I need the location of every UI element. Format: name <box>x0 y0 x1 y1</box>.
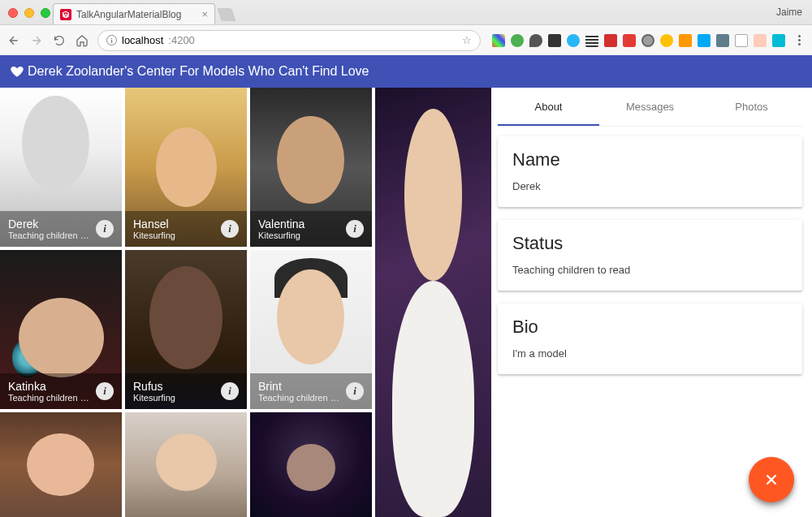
model-tile[interactable]: Katinka Teaching children to... i <box>0 250 122 409</box>
extension-icon[interactable] <box>735 34 748 47</box>
card-title: Name <box>512 149 788 170</box>
model-photo <box>250 412 372 517</box>
detail-cards: Name Derek Status Teaching children to r… <box>498 127 802 374</box>
tile-footer: Valentina Kitesurfing i <box>250 211 372 247</box>
browser-profile-name[interactable]: Jaime <box>776 6 802 18</box>
info-button[interactable]: i <box>221 220 239 238</box>
card-title: Status <box>512 233 788 254</box>
info-button[interactable]: i <box>346 220 364 238</box>
extension-icon[interactable] <box>567 34 580 47</box>
close-icon <box>762 471 780 489</box>
tab-photos[interactable]: Photos <box>701 88 802 126</box>
extension-icon[interactable] <box>716 34 729 47</box>
bio-card: Bio I'm a model <box>498 304 802 374</box>
card-body: Teaching children to read <box>512 264 788 276</box>
site-info-icon[interactable]: i <box>106 35 117 45</box>
minimize-window-button[interactable] <box>24 8 34 18</box>
extension-icon[interactable] <box>623 34 636 47</box>
model-name: Derek <box>8 218 91 230</box>
model-name: Brint <box>258 380 341 393</box>
maximize-window-button[interactable] <box>41 8 50 18</box>
extension-icon[interactable] <box>511 34 524 47</box>
detail-tabs: About Messages Photos <box>498 88 802 127</box>
model-photo <box>375 88 491 517</box>
browser-menu-button[interactable] <box>793 35 806 45</box>
card-body: I'm a model <box>512 347 788 360</box>
model-subtitle: Kitesurfing <box>133 230 216 240</box>
model-tile[interactable]: Rufus Kitesurfing i <box>125 250 247 409</box>
tile-footer: Katinka Teaching children to... i <box>0 373 122 409</box>
model-photo <box>125 412 247 517</box>
tile-footer: Brint Teaching children to... i <box>250 373 372 409</box>
info-button[interactable]: i <box>96 382 114 400</box>
app-root: Derek Zoolander's Center For Models Who … <box>0 55 812 517</box>
model-subtitle: Teaching children to... <box>8 393 91 403</box>
home-button[interactable] <box>75 34 89 47</box>
model-subtitle: Teaching children to... <box>258 393 341 403</box>
model-tile-large[interactable] <box>375 88 491 517</box>
extension-icon[interactable] <box>660 34 673 47</box>
extension-icon[interactable] <box>698 34 710 47</box>
app-title: Derek Zoolander's Center For Models Who … <box>28 64 369 79</box>
extension-icon[interactable] <box>585 34 598 47</box>
heart-icon <box>10 64 24 79</box>
tile-footer: Rufus Kitesurfing i <box>125 373 247 409</box>
tab-messages[interactable]: Messages <box>599 88 701 126</box>
model-name: Valentina <box>258 218 341 230</box>
model-photo <box>0 412 122 517</box>
model-tile[interactable]: Brint Teaching children to... i <box>250 250 372 409</box>
angular-favicon-icon <box>60 9 71 20</box>
tile-footer: Hansel Kitesurfing i <box>125 211 247 247</box>
url-port: :4200 <box>168 34 195 46</box>
model-tile[interactable] <box>125 412 247 517</box>
extension-icon[interactable] <box>529 34 542 47</box>
model-subtitle: Kitesurfing <box>258 230 341 240</box>
tab-close-icon[interactable]: × <box>201 8 208 20</box>
model-subtitle: Kitesurfing <box>133 393 216 403</box>
tab-ink-bar <box>498 124 599 126</box>
name-card: Name Derek <box>498 136 802 207</box>
window-controls <box>8 8 50 18</box>
back-button[interactable] <box>6 34 21 47</box>
url-host: localhost <box>122 34 163 46</box>
model-tile[interactable]: Derek Teaching children to... i <box>0 88 122 247</box>
info-button[interactable]: i <box>346 382 364 400</box>
extension-icon[interactable] <box>641 34 654 47</box>
model-tile[interactable] <box>250 412 372 517</box>
tab-about[interactable]: About <box>498 88 599 126</box>
extension-row <box>489 34 785 47</box>
fab-close-button[interactable] <box>749 457 794 502</box>
extension-icon[interactable] <box>492 34 505 47</box>
new-tab-button[interactable] <box>217 8 236 21</box>
model-tile[interactable]: Hansel Kitesurfing i <box>125 88 247 247</box>
address-bar[interactable]: i localhost:4200 ☆ <box>97 30 481 51</box>
app-toolbar: Derek Zoolander's Center For Models Who … <box>0 55 812 88</box>
model-tile[interactable] <box>0 412 122 517</box>
forward-button[interactable] <box>29 34 44 47</box>
model-name: Hansel <box>133 218 216 230</box>
browser-tab[interactable]: TalkAngularMaterialBlog × <box>53 3 215 24</box>
browser-toolbar: i localhost:4200 ☆ <box>0 24 812 55</box>
browser-chrome: TalkAngularMaterialBlog × Jaime i localh… <box>0 0 812 55</box>
app-body: Derek Teaching children to... i Hansel K… <box>0 88 812 517</box>
extension-icon[interactable] <box>772 34 785 47</box>
bookmark-star-icon[interactable]: ☆ <box>462 34 472 46</box>
status-card: Status Teaching children to read <box>498 220 802 291</box>
reload-button[interactable] <box>52 34 67 47</box>
model-tile[interactable]: Valentina Kitesurfing i <box>250 88 372 247</box>
info-button[interactable]: i <box>96 220 114 238</box>
tab-title: TalkAngularMaterialBlog <box>76 9 201 20</box>
close-window-button[interactable] <box>8 8 18 18</box>
extension-icon[interactable] <box>548 34 561 47</box>
extension-icon[interactable] <box>604 34 617 47</box>
info-button[interactable]: i <box>221 382 239 400</box>
extension-icon[interactable] <box>679 34 692 47</box>
model-name: Rufus <box>133 380 216 393</box>
tile-footer: Derek Teaching children to... i <box>0 211 122 247</box>
model-subtitle: Teaching children to... <box>8 230 91 240</box>
model-name: Katinka <box>8 380 91 393</box>
card-body: Derek <box>512 180 788 192</box>
extension-icon[interactable] <box>754 34 767 47</box>
card-title: Bio <box>512 317 788 338</box>
models-grid: Derek Teaching children to... i Hansel K… <box>0 88 491 517</box>
